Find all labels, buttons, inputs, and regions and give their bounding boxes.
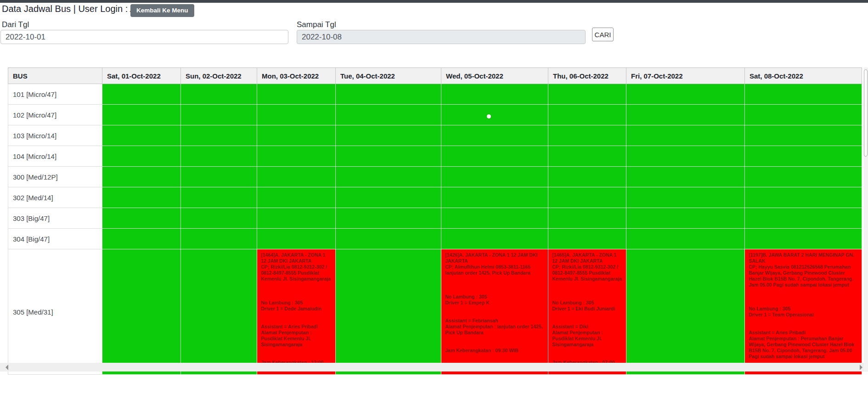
table-row: 103 [Micro/14] (8, 125, 862, 146)
table-row: 302 [Med/14] (8, 187, 862, 208)
schedule-cell-available[interactable] (257, 125, 336, 146)
schedule-cell-available[interactable] (257, 208, 336, 229)
to-date-label: Sampai Tgl (297, 20, 336, 29)
from-date-label: Dari Tgl (2, 20, 29, 29)
schedule-cell-available[interactable] (257, 167, 336, 187)
schedule-cell-available[interactable] (181, 105, 257, 125)
bus-label: 102 [Micro/47] (8, 105, 102, 125)
schedule-cell-available[interactable] (745, 146, 862, 167)
schedule-cell-available[interactable] (626, 167, 745, 187)
schedule-cell-available[interactable] (336, 125, 441, 146)
schedule-cell-available[interactable] (257, 105, 336, 125)
schedule-cell-available[interactable] (626, 249, 745, 375)
schedule-cell-available[interactable] (441, 187, 548, 208)
bus-label: 305 [Med/31] (8, 249, 102, 375)
search-button[interactable]: CARI (592, 28, 614, 41)
schedule-cell-available[interactable] (441, 146, 548, 167)
schedule-cell-available[interactable] (181, 167, 257, 187)
schedule-cell-available[interactable] (102, 187, 181, 208)
schedule-table-container: BUSSat, 01-Oct-2022Sun, 02-Oct-2022Mon, … (8, 68, 862, 375)
schedule-cell-available[interactable] (181, 84, 257, 105)
schedule-cell-available[interactable] (102, 167, 181, 187)
schedule-cell-available[interactable] (336, 146, 441, 167)
vertical-scrollbar-thumb[interactable] (864, 69, 868, 157)
schedule-cell-available[interactable] (336, 249, 441, 375)
table-row: 305 [Med/31][1464]A. JAKARTA - ZONA 1 12… (8, 249, 862, 375)
schedule-cell-available[interactable] (745, 187, 862, 208)
to-date-input[interactable] (297, 30, 586, 44)
schedule-cell-available[interactable] (548, 105, 626, 125)
horizontal-scrollbar[interactable] (0, 363, 868, 371)
schedule-cell-available[interactable] (548, 84, 626, 105)
schedule-cell-available[interactable] (745, 167, 862, 187)
schedule-cell-available[interactable] (336, 187, 441, 208)
date-column-header: Tue, 04-Oct-2022 (336, 68, 441, 84)
bus-label: 103 [Micro/14] (8, 125, 102, 146)
table-row: 304 [Big/47] (8, 229, 862, 249)
schedule-cell-available[interactable] (745, 229, 862, 249)
schedule-cell-available[interactable] (102, 84, 181, 105)
scroll-right-arrow-icon[interactable] (860, 365, 862, 370)
schedule-cell-available[interactable] (336, 105, 441, 125)
bus-label: 303 [Big/47] (8, 208, 102, 229)
schedule-cell-available[interactable] (102, 229, 181, 249)
schedule-cell-available[interactable] (626, 105, 745, 125)
scroll-left-arrow-icon[interactable] (6, 365, 8, 370)
schedule-cell-available[interactable] (548, 229, 626, 249)
schedule-cell-available[interactable] (257, 187, 336, 208)
schedule-cell-available[interactable] (626, 146, 745, 167)
top-accent-bar (0, 0, 868, 3)
schedule-cell-available[interactable] (548, 208, 626, 229)
schedule-cell-available[interactable] (102, 125, 181, 146)
schedule-cell-available[interactable] (548, 146, 626, 167)
schedule-cell-booked[interactable]: [1197]B. JAWA BARAT 2 HARI MENGINAP GN. … (745, 249, 862, 375)
schedule-cell-available[interactable] (441, 125, 548, 146)
date-column-header: Sat, 01-Oct-2022 (102, 68, 181, 84)
schedule-cell-available[interactable] (257, 229, 336, 249)
date-column-header: Mon, 03-Oct-2022 (257, 68, 336, 84)
schedule-cell-available[interactable] (336, 167, 441, 187)
schedule-cell-available[interactable] (181, 229, 257, 249)
schedule-cell-booked[interactable]: [1426]A. JAKARTA - ZONA 1 12 JAM DKI JAK… (441, 249, 548, 375)
schedule-cell-available[interactable] (257, 146, 336, 167)
schedule-cell-available[interactable] (441, 167, 548, 187)
schedule-cell-available[interactable] (441, 208, 548, 229)
schedule-cell-available[interactable] (336, 229, 441, 249)
schedule-cell-available[interactable] (745, 84, 862, 105)
schedule-cell-booked[interactable]: [1465]A. JAKARTA - ZONA 1 12 JAM DKI JAK… (548, 249, 626, 375)
schedule-cell-available[interactable] (548, 167, 626, 187)
schedule-cell-available[interactable] (102, 249, 181, 375)
schedule-cell-available[interactable] (626, 125, 745, 146)
schedule-cell-available[interactable] (441, 105, 548, 125)
schedule-cell-available[interactable] (181, 249, 257, 375)
schedule-cell-available[interactable] (626, 84, 745, 105)
table-row: 300 [Med/12P] (8, 167, 862, 187)
schedule-cell-available[interactable] (441, 229, 548, 249)
vertical-scrollbar[interactable] (864, 68, 868, 371)
schedule-cell-available[interactable] (548, 125, 626, 146)
schedule-cell-available[interactable] (102, 105, 181, 125)
schedule-cell-available[interactable] (626, 229, 745, 249)
mouse-cursor-dot (487, 114, 491, 118)
from-date-input[interactable] (0, 30, 288, 44)
schedule-cell-available[interactable] (336, 84, 441, 105)
schedule-cell-available[interactable] (102, 208, 181, 229)
schedule-cell-available[interactable] (181, 208, 257, 229)
schedule-cell-available[interactable] (548, 187, 626, 208)
schedule-cell-available[interactable] (745, 105, 862, 125)
schedule-cell-available[interactable] (441, 84, 548, 105)
date-column-header: Sun, 02-Oct-2022 (181, 68, 257, 84)
schedule-cell-available[interactable] (745, 125, 862, 146)
schedule-cell-available[interactable] (181, 125, 257, 146)
schedule-cell-available[interactable] (626, 208, 745, 229)
schedule-cell-available[interactable] (102, 146, 181, 167)
schedule-cell-available[interactable] (181, 146, 257, 167)
schedule-cell-available[interactable] (181, 187, 257, 208)
date-column-header: Fri, 07-Oct-2022 (626, 68, 745, 84)
schedule-cell-available[interactable] (626, 187, 745, 208)
schedule-cell-booked[interactable]: [1464]A. JAKARTA - ZONA 1 12 JAM DKI JAK… (257, 249, 336, 375)
schedule-cell-available[interactable] (257, 84, 336, 105)
schedule-cell-available[interactable] (745, 208, 862, 229)
schedule-cell-available[interactable] (336, 208, 441, 229)
back-to-menu-button[interactable]: Kembali Ke Menu (130, 4, 194, 17)
